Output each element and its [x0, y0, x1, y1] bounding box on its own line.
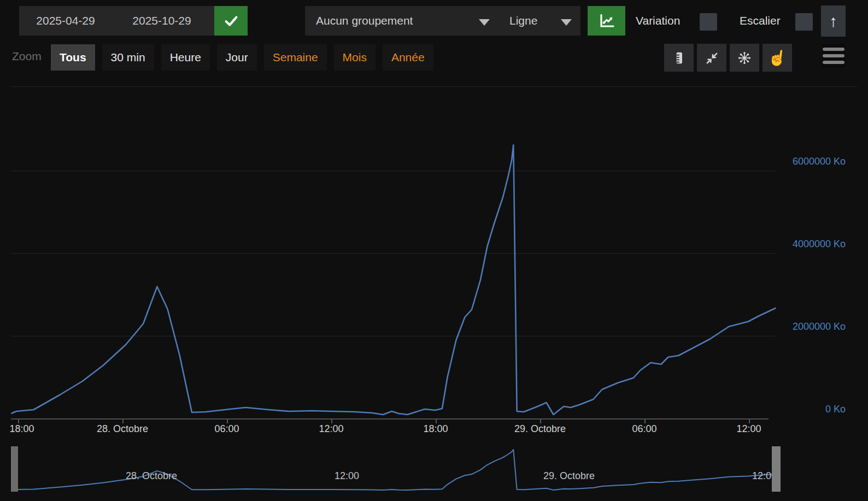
navigator-label: 28. Octobre — [126, 470, 177, 482]
y-axis-label-0: 0 Ko — [747, 403, 846, 415]
x-axis-line — [11, 418, 769, 420]
y-axis-label-2m: 2000000 Ko — [747, 321, 846, 333]
gridline-2m — [11, 336, 775, 336]
x-axis-label: 29. Octobre — [514, 423, 566, 435]
x-tick — [436, 420, 437, 423]
apply-dates-button[interactable] — [214, 6, 248, 36]
zoom-range-jour[interactable]: Jour — [217, 44, 257, 71]
date-range-box: 2025-04-29 2025-10-29 — [19, 6, 214, 36]
navigator-label: 29. Octobre — [543, 470, 595, 482]
x-tick — [122, 420, 124, 423]
zoom-range-heure[interactable]: Heure — [161, 44, 210, 71]
compress-tool-button[interactable] — [697, 44, 726, 72]
context-menu-button[interactable] — [822, 44, 845, 68]
arrow-up-icon: ↑ — [829, 12, 837, 31]
date-end-input[interactable]: 2025-10-29 — [121, 6, 203, 36]
chart-top-border — [11, 86, 857, 87]
grouping-select[interactable]: Aucun groupement — [316, 6, 413, 36]
x-axis-label: 12:00 — [319, 423, 343, 435]
pan-tool-button[interactable]: ☝ — [763, 44, 792, 72]
x-tick — [18, 420, 19, 423]
main-series-line — [11, 145, 776, 415]
x-tick — [227, 420, 228, 423]
stair-label: Escalier — [740, 14, 781, 27]
x-axis-label: 18:00 — [423, 423, 448, 435]
variation-checkbox[interactable] — [700, 13, 717, 31]
navigator-gridline — [749, 448, 749, 491]
navigator-left-handle[interactable] — [11, 446, 18, 492]
x-axis-label: 18:00 — [9, 423, 34, 435]
checkmark-icon — [224, 13, 239, 28]
navigator-track[interactable] — [11, 447, 781, 491]
x-tick — [540, 420, 541, 423]
x-tick — [331, 420, 332, 423]
x-axis-label: 28. Octobre — [97, 423, 148, 435]
navigator-series-line — [11, 450, 776, 490]
y-axis-label-6m: 6000000 Ko — [747, 155, 846, 167]
navigator-gridline — [331, 448, 332, 491]
ruler-tool-button[interactable] — [664, 44, 694, 72]
navigator-label: 12:00 — [335, 470, 359, 482]
y-axis-label-4m: 4000000 Ko — [747, 238, 846, 250]
zoom-range-tous[interactable]: Tous — [51, 44, 95, 71]
compress-icon — [705, 51, 719, 65]
points-icon — [737, 51, 752, 65]
chevron-down-icon[interactable] — [561, 19, 572, 26]
navigator-gridline — [540, 448, 541, 491]
scroll-top-button[interactable]: ↑ — [821, 5, 846, 37]
variation-label: Variation — [636, 14, 680, 27]
pointer-hand-icon: ☝ — [766, 48, 788, 68]
date-start-input[interactable]: 2025-04-29 — [25, 6, 107, 36]
stock-chart-page: 2025-04-29 2025-10-29 Aucun groupement L… — [0, 0, 868, 501]
chart-type-select[interactable]: Ligne — [509, 6, 537, 36]
zoom-range-annee[interactable]: Année — [383, 44, 433, 71]
line-chart-icon — [598, 12, 615, 30]
x-tick — [749, 420, 750, 423]
gridline-6m — [11, 171, 775, 171]
hamburger-menu-icon — [822, 48, 845, 64]
x-tick — [644, 420, 646, 423]
zoom-range-buttons: Tous 30 min Heure Jour Semaine Mois Anné… — [51, 44, 433, 71]
x-axis-label: 12:00 — [736, 423, 761, 435]
zoom-label: Zoom — [12, 50, 42, 63]
zoom-range-semaine[interactable]: Semaine — [264, 44, 327, 71]
x-axis-label: 06:00 — [632, 423, 656, 435]
line-chart-button[interactable] — [588, 6, 625, 36]
ruler-icon — [672, 51, 686, 65]
chevron-down-icon[interactable] — [479, 19, 490, 26]
zoom-range-30min[interactable]: 30 min — [102, 44, 154, 71]
navigator-mid-gridline — [11, 461, 781, 462]
stair-checkbox[interactable] — [795, 13, 813, 31]
gridline-4m — [11, 253, 775, 254]
grouping-type-bar: Aucun groupement Ligne — [305, 6, 580, 36]
navigator-gridline — [122, 448, 123, 491]
zoom-range-mois[interactable]: Mois — [334, 44, 376, 71]
x-axis-label: 06:00 — [214, 423, 239, 435]
points-tool-button[interactable] — [730, 44, 759, 72]
navigator-right-handle[interactable] — [772, 446, 781, 492]
